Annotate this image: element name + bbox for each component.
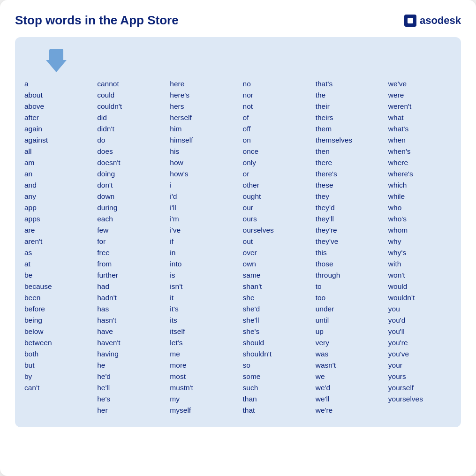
word-item: the bbox=[316, 90, 379, 101]
word-item: you'd bbox=[388, 315, 452, 326]
word-item: she'll bbox=[243, 315, 306, 326]
word-item: during bbox=[97, 202, 160, 213]
word-item: both bbox=[24, 348, 88, 360]
word-item: shan't bbox=[243, 281, 306, 292]
word-item: we bbox=[316, 371, 379, 382]
word-item: mustn't bbox=[170, 382, 233, 393]
word-item: you'll bbox=[388, 326, 452, 337]
word-item: his bbox=[170, 146, 233, 157]
word-item: as bbox=[24, 247, 88, 258]
word-item: having bbox=[97, 348, 160, 360]
logo: asodesk bbox=[404, 15, 461, 27]
word-item: myself bbox=[170, 405, 233, 416]
header: Stop words in the App Store asodesk bbox=[15, 13, 461, 28]
word-item: after bbox=[24, 112, 88, 123]
word-list: that'sthetheirtheirsthemthemselvesthenth… bbox=[316, 78, 379, 416]
word-item: himself bbox=[170, 135, 233, 146]
word-item: he'll bbox=[97, 382, 160, 393]
word-item: which bbox=[388, 180, 452, 191]
word-item: you've bbox=[388, 348, 452, 360]
word-item: few bbox=[97, 225, 160, 236]
word-item: not bbox=[243, 101, 306, 112]
word-item: you're bbox=[388, 337, 452, 348]
word-column-col3: herehere'shersherselfhimhimselfhishowhow… bbox=[165, 46, 238, 416]
word-item: weren't bbox=[388, 101, 452, 112]
word-item: we've bbox=[388, 78, 452, 90]
word-item: have bbox=[97, 326, 160, 337]
word-item: into bbox=[170, 258, 233, 270]
word-item: been bbox=[24, 292, 88, 303]
word-item: itself bbox=[170, 326, 233, 337]
word-item: i'm bbox=[170, 213, 233, 225]
word-item: here's bbox=[170, 90, 233, 101]
word-item: how's bbox=[170, 168, 233, 180]
word-item: him bbox=[170, 123, 233, 135]
word-item: what bbox=[388, 112, 452, 123]
word-item: them bbox=[316, 123, 379, 135]
word-item: until bbox=[316, 315, 379, 326]
word-item: why bbox=[388, 236, 452, 247]
word-item: wouldn't bbox=[388, 292, 452, 303]
word-item: in bbox=[170, 247, 233, 258]
word-item: herself bbox=[170, 112, 233, 123]
word-item: there bbox=[316, 157, 379, 168]
word-item: i've bbox=[170, 225, 233, 236]
column-header bbox=[170, 46, 233, 75]
column-header bbox=[388, 46, 452, 75]
word-item: he'd bbox=[97, 371, 160, 382]
word-column-col1: aaboutaboveafteragainagainstallamanandan… bbox=[24, 46, 92, 416]
word-item: haven't bbox=[97, 337, 160, 348]
word-item: if bbox=[170, 236, 233, 247]
word-item: yourselves bbox=[388, 393, 452, 405]
column-header bbox=[316, 46, 379, 75]
word-item: under bbox=[316, 303, 379, 315]
word-item: out bbox=[243, 236, 306, 247]
word-item: that bbox=[243, 405, 306, 416]
word-item: when's bbox=[388, 146, 452, 157]
word-item: ought bbox=[243, 191, 306, 202]
card: Stop words in the App Store asodesk aabo… bbox=[0, 0, 476, 476]
word-item: through bbox=[316, 270, 379, 281]
word-item: am bbox=[24, 157, 88, 168]
word-item: our bbox=[243, 202, 306, 213]
word-item: did bbox=[97, 112, 160, 123]
word-item: than bbox=[243, 393, 306, 405]
word-item: apps bbox=[24, 213, 88, 225]
column-header bbox=[97, 46, 160, 75]
word-item: hasn't bbox=[97, 315, 160, 326]
word-item: ourselves bbox=[243, 225, 306, 236]
word-column-col4: nonornotofoffononceonlyorotheroughtourou… bbox=[238, 46, 311, 416]
word-item: against bbox=[24, 135, 88, 146]
word-item: why's bbox=[388, 247, 452, 258]
word-item: those bbox=[316, 258, 379, 270]
word-item: you bbox=[388, 303, 452, 315]
word-item: so bbox=[243, 360, 306, 371]
word-item: my bbox=[170, 393, 233, 405]
word-item: once bbox=[243, 146, 306, 157]
word-item: her bbox=[97, 405, 160, 416]
word-item: don't bbox=[97, 180, 160, 191]
down-arrow-icon bbox=[46, 49, 67, 72]
word-item: cannot bbox=[97, 78, 160, 90]
word-item: wasn't bbox=[316, 360, 379, 371]
word-item: they'd bbox=[316, 202, 379, 213]
word-item: had bbox=[97, 281, 160, 292]
word-column-col6: we'vewereweren'twhatwhat'swhenwhen'swher… bbox=[384, 46, 452, 416]
word-item: at bbox=[24, 258, 88, 270]
word-item: aren't bbox=[24, 236, 88, 247]
word-item: they bbox=[316, 191, 379, 202]
word-list: we'vewereweren'twhatwhat'swhenwhen'swher… bbox=[388, 78, 452, 405]
word-item: yours bbox=[388, 371, 452, 382]
word-item: we're bbox=[316, 405, 379, 416]
word-item: ours bbox=[243, 213, 306, 225]
word-item: or bbox=[243, 168, 306, 180]
word-item: before bbox=[24, 303, 88, 315]
word-item: she's bbox=[243, 326, 306, 337]
word-item: would bbox=[388, 281, 452, 292]
column-header bbox=[24, 46, 88, 75]
word-item: such bbox=[243, 382, 306, 393]
word-item: who's bbox=[388, 213, 452, 225]
word-item: up bbox=[316, 326, 379, 337]
word-item: is bbox=[170, 270, 233, 281]
word-item: where bbox=[388, 157, 452, 168]
